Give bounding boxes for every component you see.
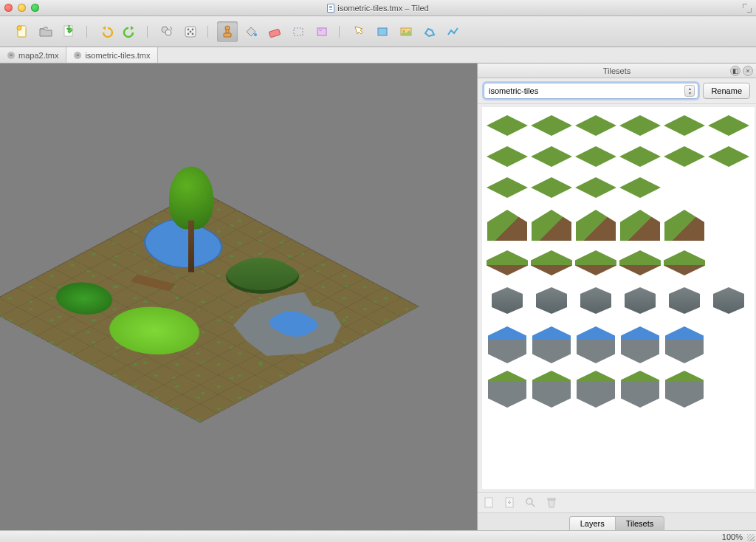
tileset-tile[interactable] [485, 280, 529, 321]
tileset-tile[interactable] [574, 249, 618, 277]
svg-rect-14 [224, 33, 231, 37]
new-file-button[interactable] [12, 21, 32, 42]
svg-rect-22 [485, 498, 492, 507]
panel-undock-button[interactable]: ◧ [730, 66, 740, 76]
tileset-tile[interactable] [618, 280, 662, 321]
tileset-tile[interactable] [618, 143, 662, 171]
tileset-tile[interactable] [529, 249, 574, 277]
new-tileset-icon[interactable] [484, 497, 495, 509]
panel-titlebar: Tilesets ◧ × [478, 64, 756, 78]
tileset-tile[interactable] [574, 174, 618, 202]
tileset-tile[interactable] [662, 112, 707, 140]
tileset-tile[interactable] [618, 368, 662, 410]
panel-tabs: Layers Tilesets [478, 512, 756, 530]
tileset-tile[interactable] [574, 280, 618, 321]
insert-tile-button[interactable] [396, 21, 416, 42]
fullscreen-icon[interactable] [743, 4, 752, 13]
tilesets-tab[interactable]: Tilesets [616, 516, 665, 530]
tileset-tile[interactable] [574, 112, 618, 140]
window-title-text: isometric-tiles.tmx – Tiled [337, 4, 428, 13]
map-tree[interactable] [169, 167, 213, 272]
tileset-tile[interactable] [707, 112, 751, 140]
tileset-dropdown[interactable]: isometric-tiles ▲▼ [484, 83, 698, 99]
save-file-button[interactable] [59, 21, 80, 42]
tileset-tile[interactable] [485, 368, 529, 410]
tileset-tile[interactable] [529, 368, 574, 410]
window-title: isometric-tiles.tmx – Tiled [0, 4, 756, 13]
svg-point-8 [192, 28, 194, 30]
tileset-tile[interactable] [618, 205, 662, 246]
main-split: Tilesets ◧ × isometric-tiles ▲▼ Rename L… [0, 64, 756, 530]
tileset-view[interactable] [482, 107, 755, 489]
resize-grip[interactable] [747, 534, 755, 541]
bucket-fill-button[interactable] [241, 21, 261, 42]
command-button[interactable] [157, 21, 177, 42]
rename-button[interactable]: Rename [703, 83, 750, 99]
tileset-tile[interactable] [574, 368, 618, 410]
select-objects-button[interactable] [348, 21, 369, 42]
tileset-tile[interactable] [618, 324, 662, 366]
map-canvas[interactable] [0, 64, 477, 530]
document-icon [327, 4, 334, 13]
tileset-tile[interactable] [485, 174, 529, 202]
close-tab-icon[interactable]: × [7, 52, 15, 59]
main-toolbar [0, 16, 756, 47]
tileset-tile[interactable] [574, 143, 618, 171]
redo-button[interactable] [120, 21, 140, 42]
insert-polyline-button[interactable] [443, 21, 464, 42]
map-log[interactable] [131, 274, 176, 291]
dropdown-value: isometric-tiles [489, 86, 538, 95]
tileset-tile[interactable] [662, 205, 707, 246]
tileset-tile[interactable] [529, 324, 574, 366]
tileset-tile[interactable] [707, 143, 751, 171]
eraser-button[interactable] [264, 21, 285, 42]
tileset-tile[interactable] [662, 324, 707, 366]
map-rocks[interactable] [205, 283, 371, 371]
tileset-tile[interactable] [529, 112, 574, 140]
tileset-tile[interactable] [618, 174, 662, 202]
document-tab[interactable]: × isometric-tiles.tmx [66, 47, 158, 63]
svg-point-2 [17, 26, 21, 30]
layers-tab[interactable]: Layers [569, 516, 616, 530]
dropdown-stepper-icon: ▲▼ [684, 85, 695, 97]
tileset-tile[interactable] [529, 174, 574, 202]
tileset-tile[interactable] [485, 112, 529, 140]
insert-rectangle-button[interactable] [372, 21, 393, 42]
zoom-level[interactable]: 100% [722, 532, 743, 541]
document-tab[interactable]: × mapa2.tmx [0, 47, 66, 63]
tileset-tile[interactable] [707, 280, 751, 321]
undo-button[interactable] [96, 21, 117, 42]
random-button[interactable] [180, 21, 201, 42]
tileset-tile[interactable] [485, 324, 529, 366]
tileset-tile[interactable] [618, 249, 662, 277]
stamp-brush-button[interactable] [217, 21, 238, 42]
tileset-tile[interactable] [618, 112, 662, 140]
tileset-tile[interactable] [662, 249, 707, 277]
rect-select-button[interactable] [288, 21, 309, 42]
tileset-tile[interactable] [662, 143, 707, 171]
open-file-button[interactable] [35, 21, 56, 42]
map-bush[interactable] [43, 276, 126, 320]
svg-point-15 [254, 33, 257, 36]
insert-polygon-button[interactable] [419, 21, 440, 42]
svg-point-11 [190, 30, 192, 32]
tileset-tile[interactable] [485, 143, 529, 171]
tileset-tile[interactable] [662, 368, 707, 410]
tileset-tile[interactable] [485, 249, 529, 277]
svg-point-10 [192, 32, 194, 35]
tileset-tile[interactable] [529, 143, 574, 171]
tileset-tile[interactable] [529, 205, 574, 246]
close-tab-icon[interactable]: × [74, 52, 81, 59]
tileset-tile[interactable] [662, 280, 707, 321]
delete-tileset-icon[interactable] [546, 497, 557, 509]
import-tileset-icon[interactable] [504, 497, 516, 509]
map-grass[interactable] [92, 297, 218, 364]
tileset-properties-icon[interactable] [525, 497, 537, 509]
svg-point-24 [526, 498, 532, 504]
panel-close-button[interactable]: × [743, 66, 753, 76]
tileset-tile[interactable] [485, 205, 529, 246]
tileset-tile[interactable] [529, 280, 574, 321]
tileset-tile[interactable] [574, 324, 618, 366]
magic-wand-button[interactable] [312, 21, 332, 42]
tileset-tile[interactable] [574, 205, 618, 246]
